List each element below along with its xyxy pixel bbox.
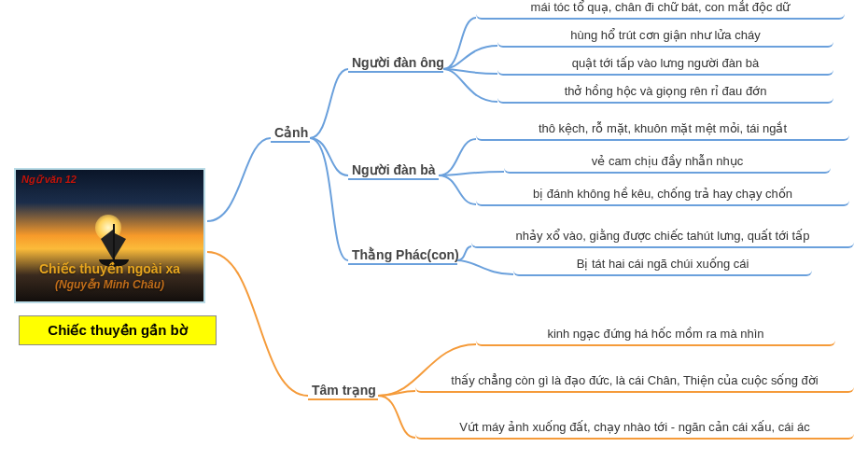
root-title: Chiếc thuyền ngoài xa bbox=[16, 261, 203, 276]
sub-nguoidanba: Người đàn bà bbox=[348, 161, 440, 179]
root-card: Ngữ văn 12 Chiếc thuyền ngoài xa (Nguyễn… bbox=[14, 168, 205, 303]
leaf-s1-3: thở hồng hộc và giọng rên rỉ đau đớn bbox=[497, 84, 833, 104]
leaf-s1-1: hùng hổ trút cơn giận như lửa cháy bbox=[497, 28, 833, 48]
leaf-s2-1: vẻ cam chịu đầy nhẫn nhục bbox=[504, 154, 831, 174]
leaf-b2-2: Vứt máy ảnh xuống đất, chạy nhào tới - n… bbox=[415, 420, 854, 440]
main-topic-node: Chiếc thuyền gần bờ bbox=[19, 315, 217, 345]
leaf-s3-1: Bị tát hai cái ngã chúi xuống cái bbox=[513, 257, 812, 276]
leaf-s2-0: thô kệch, rỗ mặt, khuôn mặt mệt mỏi, tái… bbox=[476, 121, 849, 141]
branch-canh: Cảnh bbox=[271, 123, 312, 142]
leaf-b2-0: kinh ngạc đứng há hốc mồm ra mà nhìn bbox=[476, 327, 835, 346]
root-author: (Nguyễn Minh Châu) bbox=[16, 278, 203, 291]
leaf-s3-0: nhảy xổ vào, giằng được chiếc tahút lưng… bbox=[471, 229, 854, 248]
leaf-s2-2: bị đánh không hề kêu, chống trả hay chạy… bbox=[476, 187, 849, 206]
sub-nguoidanong: Người đàn ông bbox=[348, 53, 448, 72]
root-category: Ngữ văn 12 bbox=[21, 174, 77, 186]
leaf-b2-1: thấy chẳng còn gì là đạo đức, là cái Châ… bbox=[415, 373, 854, 393]
leaf-s1-0: mái tóc tổ quạ, chân đi chữ bát, con mắt… bbox=[476, 0, 845, 20]
leaf-s1-2: quật tới tấp vào lưng người đàn bà bbox=[497, 56, 833, 76]
sub-thangphac: Thằng Phác(con) bbox=[348, 245, 463, 264]
branch-tamtrang: Tâm trạng bbox=[308, 381, 380, 399]
